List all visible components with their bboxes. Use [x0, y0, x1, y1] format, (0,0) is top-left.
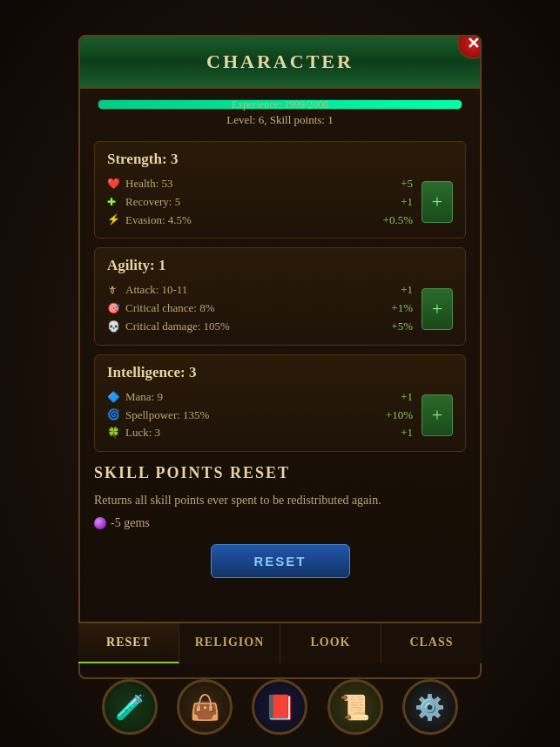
agility-rows: 🗡 Attack: 10-11 🎯 Critical chance: 8% 💀 …	[107, 281, 453, 335]
exp-bar-wrapper: Experience: 1999/2000	[98, 99, 462, 110]
panel-header: CHARACTER ✕	[80, 37, 480, 89]
health-label: Health: 53	[125, 175, 173, 193]
mana-value: +1	[386, 388, 413, 407]
agility-plus-button[interactable]: +	[422, 288, 453, 330]
agility-title: Agility: 1	[107, 257, 453, 274]
evasion-label: Evasion: 4.5%	[125, 212, 192, 230]
tab-religion[interactable]: RELIGION	[179, 623, 280, 663]
crit-damage-row: 💀 Critical damage: 105%	[107, 318, 391, 336]
attack-row: 🗡 Attack: 10-11	[107, 281, 391, 299]
luck-row: 🍀 Luck: 3	[107, 424, 386, 442]
strength-plus-button[interactable]: +	[422, 181, 453, 223]
skill-reset-description: Returns all skill points ever spent to b…	[94, 491, 466, 509]
mana-row: 🔷 Mana: 9	[107, 388, 386, 407]
reset-button[interactable]: RESET	[211, 544, 350, 578]
attack-label: Attack: 10-11	[125, 281, 187, 299]
gem-cost-row: -5 gems	[94, 516, 466, 530]
gem-cost-text: -5 gems	[111, 516, 150, 530]
recovery-row: ✚ Recovery: 5	[107, 193, 383, 212]
health-row: ❤️ Health: 53	[107, 175, 383, 193]
spellpower-icon: 🌀	[107, 407, 121, 423]
strength-rows: ❤️ Health: 53 ✚ Recovery: 5 ⚡ Evasion: 4…	[107, 175, 453, 229]
potions-icon-button[interactable]: 🧪	[102, 679, 158, 735]
recovery-icon: ✚	[107, 194, 121, 211]
experience-section: Experience: 1999/2000 Level: 6, Skill po…	[80, 89, 480, 134]
intelligence-rows: 🔷 Mana: 9 🌀 Spellpower: 135% 🍀 Luck: 3 +…	[107, 388, 453, 442]
book-icon-button[interactable]: 📕	[252, 679, 307, 735]
gear-icon-button[interactable]: ⚙️	[402, 679, 458, 735]
spellpower-label: Spellpower: 135%	[125, 407, 209, 425]
tab-reset[interactable]: RESET	[78, 623, 179, 663]
strength-block: Strength: 3 ❤️ Health: 53 ✚ Recovery: 5 …	[94, 141, 466, 239]
crit-damage-icon: 💀	[107, 319, 121, 335]
crit-chance-icon: 🎯	[107, 300, 121, 317]
skill-reset-section: SKILL POINTS RESET Returns all skill poi…	[94, 461, 466, 582]
crit-chance-row: 🎯 Critical chance: 8%	[107, 299, 391, 318]
mana-icon: 🔷	[107, 389, 121, 406]
tab-class[interactable]: CLASS	[381, 623, 482, 663]
evasion-row: ⚡ Evasion: 4.5%	[107, 212, 383, 230]
attack-icon: 🗡	[107, 282, 121, 299]
agility-values: +1 +1% +5%	[391, 281, 413, 335]
mana-label: Mana: 9	[125, 388, 163, 407]
intelligence-values: +1 +10% +1	[386, 388, 413, 442]
skill-reset-title: SKILL POINTS RESET	[94, 464, 466, 482]
strength-title: Strength: 3	[107, 151, 453, 168]
attack-value: +1	[391, 281, 413, 299]
recovery-label: Recovery: 5	[125, 193, 180, 212]
panel-title: CHARACTER	[98, 50, 462, 73]
level-text: Level: 6, Skill points: 1	[98, 113, 462, 127]
tab-look[interactable]: LOOK	[280, 623, 381, 663]
crit-chance-label: Critical chance: 8%	[125, 299, 215, 318]
strength-values: +5 +1 +0.5%	[383, 175, 413, 229]
panel-content: Strength: 3 ❤️ Health: 53 ✚ Recovery: 5 …	[80, 134, 480, 589]
recovery-value: +1	[383, 193, 413, 212]
evasion-value: +0.5%	[383, 212, 413, 230]
health-value: +5	[383, 175, 413, 193]
bottom-icons-bar: 🧪 👜 📕 📜 ⚙️	[78, 676, 482, 738]
spellpower-value: +10%	[386, 407, 413, 425]
evasion-icon: ⚡	[107, 212, 121, 228]
intelligence-plus-button[interactable]: +	[422, 394, 453, 436]
luck-value: +1	[386, 424, 413, 442]
luck-icon: 🍀	[107, 425, 121, 441]
crit-damage-label: Critical damage: 105%	[125, 318, 230, 336]
agility-block: Agility: 1 🗡 Attack: 10-11 🎯 Critical ch…	[94, 247, 466, 345]
strength-labels: ❤️ Health: 53 ✚ Recovery: 5 ⚡ Evasion: 4…	[107, 175, 383, 229]
agility-labels: 🗡 Attack: 10-11 🎯 Critical chance: 8% 💀 …	[107, 281, 391, 335]
spellpower-row: 🌀 Spellpower: 135%	[107, 407, 386, 425]
crit-damage-value: +5%	[391, 318, 413, 336]
health-icon: ❤️	[107, 176, 121, 192]
luck-label: Luck: 3	[125, 424, 160, 442]
crit-chance-value: +1%	[391, 299, 413, 318]
bag-icon-button[interactable]: 👜	[177, 679, 233, 735]
exp-text: Experience: 1999/2000	[98, 98, 462, 111]
bottom-tabs: RESET RELIGION LOOK CLASS	[78, 622, 482, 663]
intelligence-title: Intelligence: 3	[107, 364, 453, 381]
intelligence-labels: 🔷 Mana: 9 🌀 Spellpower: 135% 🍀 Luck: 3	[107, 388, 386, 442]
gem-icon	[94, 517, 106, 529]
scroll-icon-button[interactable]: 📜	[327, 679, 383, 735]
character-panel: CHARACTER ✕ Experience: 1999/2000 Level:…	[78, 35, 482, 679]
intelligence-block: Intelligence: 3 🔷 Mana: 9 🌀 Spellpower: …	[94, 354, 466, 452]
